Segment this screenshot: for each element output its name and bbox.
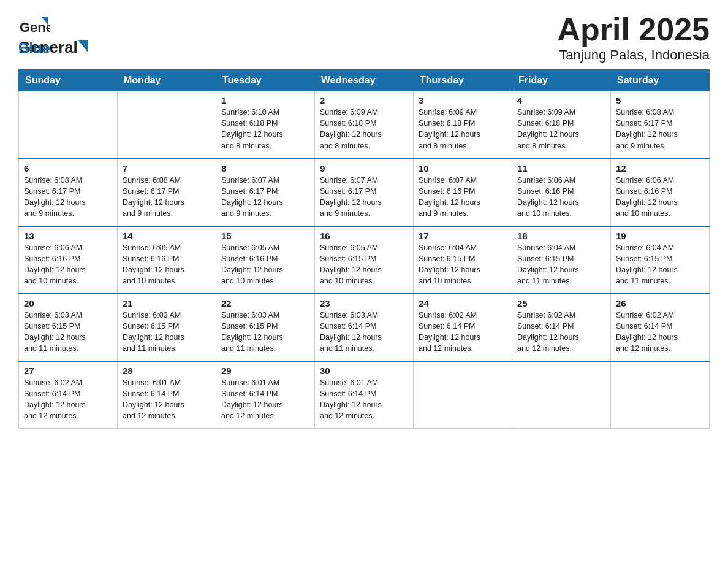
day-number: 30 bbox=[320, 366, 408, 376]
day-number: 2 bbox=[320, 95, 408, 105]
day-info: Sunrise: 6:02 AM Sunset: 6:14 PM Dayligh… bbox=[517, 311, 579, 353]
day-info: Sunrise: 6:08 AM Sunset: 6:17 PM Dayligh… bbox=[24, 176, 86, 218]
day-info: Sunrise: 6:09 AM Sunset: 6:18 PM Dayligh… bbox=[320, 108, 382, 150]
page-subtitle: Tanjung Palas, Indonesia bbox=[557, 47, 710, 63]
day-info: Sunrise: 6:01 AM Sunset: 6:14 PM Dayligh… bbox=[320, 378, 382, 420]
calendar-cell: 29Sunrise: 6:01 AM Sunset: 6:14 PM Dayli… bbox=[216, 361, 315, 429]
day-info: Sunrise: 6:04 AM Sunset: 6:15 PM Dayligh… bbox=[419, 243, 480, 285]
calendar-cell: 16Sunrise: 6:05 AM Sunset: 6:15 PM Dayli… bbox=[315, 226, 414, 294]
day-number: 25 bbox=[517, 298, 605, 308]
col-header-monday: Monday bbox=[118, 70, 216, 91]
calendar-cell: 11Sunrise: 6:06 AM Sunset: 6:16 PM Dayli… bbox=[512, 159, 611, 226]
calendar-cell: 1Sunrise: 6:10 AM Sunset: 6:18 PM Daylig… bbox=[216, 91, 315, 159]
day-number: 27 bbox=[24, 366, 112, 376]
calendar-cell: 17Sunrise: 6:04 AM Sunset: 6:15 PM Dayli… bbox=[414, 226, 512, 294]
day-number: 24 bbox=[419, 298, 507, 308]
day-number: 14 bbox=[123, 231, 211, 241]
col-header-wednesday: Wednesday bbox=[315, 70, 414, 91]
calendar-cell: 12Sunrise: 6:06 AM Sunset: 6:16 PM Dayli… bbox=[611, 159, 710, 226]
calendar-cell: 20Sunrise: 6:03 AM Sunset: 6:15 PM Dayli… bbox=[19, 294, 118, 361]
calendar-cell: 22Sunrise: 6:03 AM Sunset: 6:15 PM Dayli… bbox=[216, 294, 315, 361]
day-info: Sunrise: 6:02 AM Sunset: 6:14 PM Dayligh… bbox=[419, 311, 480, 353]
day-info: Sunrise: 6:06 AM Sunset: 6:16 PM Dayligh… bbox=[517, 176, 579, 218]
calendar-cell: 30Sunrise: 6:01 AM Sunset: 6:14 PM Dayli… bbox=[315, 361, 414, 429]
col-header-sunday: Sunday bbox=[19, 70, 118, 91]
day-number: 12 bbox=[616, 163, 704, 174]
day-number: 15 bbox=[221, 231, 309, 241]
calendar-cell: 14Sunrise: 6:05 AM Sunset: 6:16 PM Dayli… bbox=[118, 226, 216, 294]
col-header-friday: Friday bbox=[512, 70, 611, 91]
day-info: Sunrise: 6:09 AM Sunset: 6:18 PM Dayligh… bbox=[517, 108, 579, 150]
day-number: 21 bbox=[123, 298, 211, 308]
day-number: 19 bbox=[616, 231, 704, 241]
day-info: Sunrise: 6:08 AM Sunset: 6:17 PM Dayligh… bbox=[123, 176, 184, 218]
day-number: 29 bbox=[221, 366, 309, 376]
title-block: April 2025 Tanjung Palas, Indonesia bbox=[557, 12, 710, 63]
day-number: 8 bbox=[221, 163, 309, 174]
day-info: Sunrise: 6:03 AM Sunset: 6:14 PM Dayligh… bbox=[320, 311, 382, 353]
day-number: 17 bbox=[419, 231, 507, 241]
calendar-cell: 15Sunrise: 6:05 AM Sunset: 6:16 PM Dayli… bbox=[216, 226, 315, 294]
day-number: 28 bbox=[123, 366, 211, 376]
calendar-cell bbox=[611, 361, 710, 429]
day-number: 6 bbox=[24, 163, 112, 174]
calendar-cell: 4Sunrise: 6:09 AM Sunset: 6:18 PM Daylig… bbox=[512, 91, 611, 159]
calendar-cell: 27Sunrise: 6:02 AM Sunset: 6:14 PM Dayli… bbox=[19, 361, 118, 429]
calendar-cell: 6Sunrise: 6:08 AM Sunset: 6:17 PM Daylig… bbox=[19, 159, 118, 226]
day-number: 16 bbox=[320, 231, 408, 241]
svg-marker-2 bbox=[78, 40, 88, 53]
calendar-cell: 10Sunrise: 6:07 AM Sunset: 6:16 PM Dayli… bbox=[414, 159, 512, 226]
col-header-thursday: Thursday bbox=[414, 70, 512, 91]
day-info: Sunrise: 6:07 AM Sunset: 6:17 PM Dayligh… bbox=[320, 176, 382, 218]
calendar-cell: 25Sunrise: 6:02 AM Sunset: 6:14 PM Dayli… bbox=[512, 294, 611, 361]
day-number: 4 bbox=[517, 95, 605, 105]
calendar-cell bbox=[512, 361, 611, 429]
day-info: Sunrise: 6:10 AM Sunset: 6:18 PM Dayligh… bbox=[221, 108, 283, 150]
day-info: Sunrise: 6:09 AM Sunset: 6:18 PM Dayligh… bbox=[419, 108, 480, 150]
day-info: Sunrise: 6:02 AM Sunset: 6:14 PM Dayligh… bbox=[616, 311, 678, 353]
day-info: Sunrise: 6:04 AM Sunset: 6:15 PM Dayligh… bbox=[616, 243, 678, 285]
day-info: Sunrise: 6:01 AM Sunset: 6:14 PM Dayligh… bbox=[123, 378, 184, 420]
calendar-cell: 13Sunrise: 6:06 AM Sunset: 6:16 PM Dayli… bbox=[19, 226, 118, 294]
calendar-table: SundayMondayTuesdayWednesdayThursdayFrid… bbox=[18, 69, 710, 429]
day-info: Sunrise: 6:06 AM Sunset: 6:16 PM Dayligh… bbox=[616, 176, 678, 218]
calendar-cell: 23Sunrise: 6:03 AM Sunset: 6:14 PM Dayli… bbox=[315, 294, 414, 361]
day-info: Sunrise: 6:08 AM Sunset: 6:17 PM Dayligh… bbox=[616, 108, 678, 150]
day-number: 3 bbox=[419, 95, 507, 105]
day-info: Sunrise: 6:05 AM Sunset: 6:16 PM Dayligh… bbox=[123, 243, 184, 285]
day-info: Sunrise: 6:03 AM Sunset: 6:15 PM Dayligh… bbox=[221, 311, 283, 353]
calendar-cell: 21Sunrise: 6:03 AM Sunset: 6:15 PM Dayli… bbox=[118, 294, 216, 361]
day-number: 5 bbox=[616, 95, 704, 105]
calendar-cell: 7Sunrise: 6:08 AM Sunset: 6:17 PM Daylig… bbox=[118, 159, 216, 226]
day-number: 22 bbox=[221, 298, 309, 308]
day-number: 7 bbox=[123, 163, 211, 174]
calendar-cell bbox=[19, 91, 118, 159]
calendar-cell: 18Sunrise: 6:04 AM Sunset: 6:15 PM Dayli… bbox=[512, 226, 611, 294]
logo-blue-text: Blue bbox=[18, 40, 50, 57]
calendar-cell: 5Sunrise: 6:08 AM Sunset: 6:17 PM Daylig… bbox=[611, 91, 710, 159]
calendar-cell: 28Sunrise: 6:01 AM Sunset: 6:14 PM Dayli… bbox=[118, 361, 216, 429]
day-number: 23 bbox=[320, 298, 408, 308]
col-header-saturday: Saturday bbox=[611, 70, 710, 91]
calendar-cell: 9Sunrise: 6:07 AM Sunset: 6:17 PM Daylig… bbox=[315, 159, 414, 226]
day-info: Sunrise: 6:04 AM Sunset: 6:15 PM Dayligh… bbox=[517, 243, 579, 285]
day-number: 13 bbox=[24, 231, 112, 241]
day-number: 20 bbox=[24, 298, 112, 308]
day-number: 10 bbox=[419, 163, 507, 174]
calendar-cell: 2Sunrise: 6:09 AM Sunset: 6:18 PM Daylig… bbox=[315, 91, 414, 159]
logo: General General Blue bbox=[18, 12, 89, 57]
day-info: Sunrise: 6:03 AM Sunset: 6:15 PM Dayligh… bbox=[24, 311, 86, 353]
day-number: 1 bbox=[221, 95, 309, 105]
calendar-cell: 8Sunrise: 6:07 AM Sunset: 6:17 PM Daylig… bbox=[216, 159, 315, 226]
day-info: Sunrise: 6:07 AM Sunset: 6:16 PM Dayligh… bbox=[419, 176, 480, 218]
day-info: Sunrise: 6:02 AM Sunset: 6:14 PM Dayligh… bbox=[24, 378, 86, 420]
day-info: Sunrise: 6:05 AM Sunset: 6:16 PM Dayligh… bbox=[221, 243, 283, 285]
calendar-cell bbox=[414, 361, 512, 429]
logo-triangle-icon bbox=[78, 40, 88, 53]
day-info: Sunrise: 6:01 AM Sunset: 6:14 PM Dayligh… bbox=[221, 378, 283, 420]
calendar-cell bbox=[118, 91, 216, 159]
page-title: April 2025 bbox=[557, 12, 710, 47]
day-info: Sunrise: 6:06 AM Sunset: 6:16 PM Dayligh… bbox=[24, 243, 86, 285]
day-number: 18 bbox=[517, 231, 605, 241]
calendar-cell: 26Sunrise: 6:02 AM Sunset: 6:14 PM Dayli… bbox=[611, 294, 710, 361]
